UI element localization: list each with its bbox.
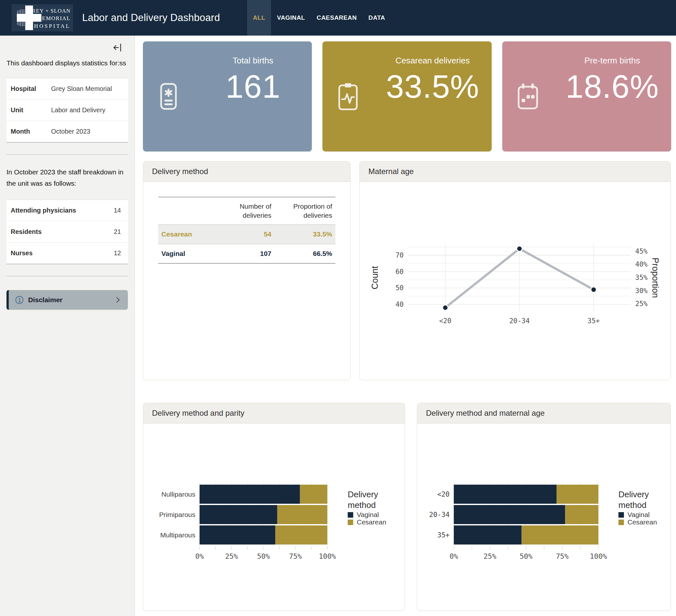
row-value: 12 <box>114 249 121 257</box>
column-header <box>158 197 214 225</box>
bar-segment-cesarean <box>522 525 598 545</box>
row-label: Cesarean <box>158 225 214 244</box>
legend-swatch-cesarean <box>348 519 353 525</box>
column-header: Proportion of deliveries <box>275 197 335 225</box>
category-label: 20-34 <box>429 511 450 519</box>
category-label: Multiparous <box>160 531 195 539</box>
x-tick-label: 20-34 <box>509 317 529 325</box>
y-left-tick-label: 70 <box>396 251 404 259</box>
category-label: 35+ <box>437 531 450 539</box>
row-value: 21 <box>114 228 121 235</box>
y-axis-title-right: Proportion <box>651 258 660 298</box>
x-tick-label: 75% <box>289 552 302 560</box>
y-right-tick-label: 40% <box>635 261 647 268</box>
row-label: Unit <box>11 106 51 114</box>
x-tick-label: 35+ <box>587 317 600 325</box>
row-value: Grey Sloan Memorial <box>51 85 112 93</box>
card-body: <2020-3435+0%25%50%75%100%Deliverymethod… <box>417 424 671 611</box>
hospital-logo: GREY + SLOAN MEMORIAL HOSPITAL <box>12 0 73 36</box>
maternal-age-stacked-bar-chart: <2020-3435+0%25%50%75%100%Deliverymethod… <box>417 424 671 611</box>
staff-intro-text: In October 2023 the staff breakdown in t… <box>6 166 128 189</box>
bar-segment-cesarean <box>275 525 327 545</box>
bar-segment-vaginal <box>454 485 557 504</box>
value-box-title: Total births <box>233 56 273 66</box>
category-label: Nulliparous <box>161 491 195 498</box>
table-row-cesarean: Cesarean 54 33.5% <box>158 225 335 244</box>
y-right-tick-label: 25% <box>635 300 647 308</box>
value-box-row: Total births 161 Cesarean deliveries 33.… <box>143 41 671 152</box>
value-box-title: Cesarean deliveries <box>396 56 470 66</box>
table-row-vaginal: Vaginal 107 66.5% <box>158 244 335 263</box>
info-icon <box>15 296 23 304</box>
clipboard-pulse-icon <box>323 41 374 152</box>
row-label: Month <box>11 128 51 135</box>
table-row: Unit Labor and Delivery <box>6 100 128 121</box>
legend-title: method <box>348 500 376 510</box>
value-box-title: Pre-term births <box>584 56 640 66</box>
tab-caesarean[interactable]: CAESAREAN <box>311 0 362 36</box>
delivery-method-card: Delivery method Number of deliveries Pro… <box>143 161 351 380</box>
card-title: Delivery method and maternal age <box>417 403 671 424</box>
bar-segment-cesarean <box>557 485 598 504</box>
x-tick-label: 0% <box>450 552 458 560</box>
bar-segment-vaginal <box>200 505 277 524</box>
logo-line-3: HOSPITAL <box>34 23 70 29</box>
tab-data[interactable]: DATA <box>362 0 391 36</box>
maternal-age-line-chart: 4050607025%30%35%40%45%<2020-3435+CountP… <box>360 182 671 380</box>
data-point <box>443 305 448 310</box>
table-row: Month October 2023 <box>6 121 128 142</box>
nav-tabs: ALL VAGINAL CAESAREAN DATA <box>247 0 391 36</box>
row-label: Nurses <box>11 249 33 257</box>
x-tick-label: 100% <box>590 552 607 560</box>
sidebar: This dashboard displays statistics for:s… <box>0 36 135 616</box>
bar-segment-cesarean <box>277 505 327 524</box>
tab-vaginal[interactable]: VAGINAL <box>271 0 311 36</box>
card-title: Delivery method <box>143 161 350 182</box>
divider <box>6 276 128 276</box>
x-tick-label: 50% <box>257 552 270 560</box>
row-label: Attending physicians <box>11 207 76 214</box>
legend-swatch-vaginal <box>348 512 353 518</box>
data-point <box>591 287 597 292</box>
cards-row-2: Delivery method and parity NulliparousPr… <box>143 403 671 611</box>
legend: DeliverymethodVaginalCesarean <box>618 490 657 526</box>
legend-title: Delivery <box>618 490 649 499</box>
y-left-tick-label: 50 <box>396 284 404 292</box>
legend-swatch-vaginal <box>618 512 624 518</box>
value-box-value: 18.6% <box>566 69 659 104</box>
table-row: Attending physicians 14 <box>6 200 128 221</box>
x-tick-label: 25% <box>225 552 238 560</box>
legend-title: method <box>618 500 646 510</box>
value-box-value: 161 <box>225 69 280 104</box>
y-axis-title-left: Count <box>370 266 380 290</box>
legend-label: Cesarean <box>627 518 657 526</box>
y-right-tick-label: 35% <box>635 274 647 281</box>
delivery-method-table: Number of deliveries Proportion of deliv… <box>158 197 335 264</box>
cards-row-1: Delivery method Number of deliveries Pro… <box>143 161 671 380</box>
legend-label: Vaginal <box>357 511 379 518</box>
info-table: Hospital Grey Sloan Memorial Unit Labor … <box>6 78 128 143</box>
calendar-icon <box>502 41 553 152</box>
category-label: <20 <box>437 491 450 498</box>
tab-all[interactable]: ALL <box>247 0 271 36</box>
bar-segment-cesarean <box>300 485 327 504</box>
value-box-preterm-births: Pre-term births 18.6% <box>502 41 671 152</box>
card-body: Number of deliveries Proportion of deliv… <box>143 182 350 380</box>
cell-proportion: 66.5% <box>275 244 335 263</box>
value-box-content: Cesarean deliveries 33.5% <box>374 41 491 152</box>
bar-segment-vaginal <box>454 525 522 545</box>
card-title: Maternal age <box>360 161 671 182</box>
y-right-tick-label: 30% <box>635 287 647 295</box>
y-left-tick-label: 60 <box>396 268 404 276</box>
table-header-row: Number of deliveries Proportion of deliv… <box>158 197 335 225</box>
cell-proportion: 33.5% <box>275 225 335 244</box>
disclaimer-accordion-button[interactable]: Disclaimer <box>6 290 128 310</box>
logo-line-2: MEMORIAL <box>37 15 70 21</box>
x-tick-label: 100% <box>319 552 336 560</box>
page-title: Labor and Delivery Dashboard <box>82 0 220 36</box>
value-box-cesarean-deliveries: Cesarean deliveries 33.5% <box>323 41 491 152</box>
sidebar-collapse-icon[interactable] <box>113 43 122 54</box>
x-tick-label: 25% <box>484 552 497 560</box>
value-box-total-births: Total births 161 <box>143 41 312 152</box>
maternal-age-card: Maternal age 4050607025%30%35%40%45%<202… <box>359 161 671 380</box>
